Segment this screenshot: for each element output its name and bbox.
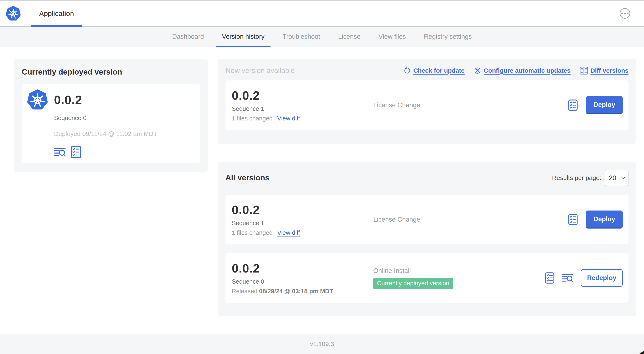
active-tab-underline: [216, 46, 270, 47]
version-row: 0.0.2 Sequence 0 Released 08/29/24 @ 03:…: [226, 253, 628, 303]
tab-troubleshoot[interactable]: Troubleshoot: [274, 27, 329, 47]
version-sequence: Sequence 1: [232, 105, 373, 112]
version-label: 0.0.2: [232, 203, 373, 217]
files-changed-label: 1 files changed: [232, 115, 272, 122]
results-per-page-select[interactable]: 20: [605, 170, 628, 186]
all-versions-title: All versions: [226, 173, 270, 182]
deployed-timestamp: Deployed 09/11/24 @ 11:02 am MDT: [54, 130, 195, 137]
currently-deployed-badge: Currently deployed version: [373, 278, 453, 289]
app-icon: [27, 89, 48, 110]
currently-deployed-title: Currently deployed version: [22, 68, 200, 77]
version-row: 0.0.2 Sequence 1 1 files changed View di…: [226, 195, 628, 244]
view-diff-link[interactable]: View diff: [277, 115, 300, 122]
active-app-tab-underline: [31, 25, 82, 27]
new-version-card: 0.0.2 Sequence 1 1 files changed View di…: [226, 81, 628, 130]
check-for-update-link[interactable]: Check for update: [404, 67, 464, 74]
files-changed-label: 1 files changed: [232, 229, 272, 236]
kubernetes-logo-icon: [6, 6, 21, 21]
version-sequence: Sequence 0: [232, 278, 373, 285]
deploy-logs-icon[interactable]: [54, 147, 66, 157]
app-header: Application: [0, 0, 644, 27]
preflight-checks-icon[interactable]: [568, 100, 578, 111]
view-diff-link[interactable]: View diff: [277, 229, 300, 236]
all-versions-panel: All versions Results per page: 20: [218, 162, 636, 316]
results-per-page-label: Results per page:: [552, 174, 601, 181]
deployed-version-label: 0.0.2: [54, 93, 82, 107]
configure-automatic-updates-link[interactable]: Configure automatic updates: [474, 67, 570, 74]
app-tab[interactable]: Application: [31, 1, 82, 26]
preflight-checks-icon[interactable]: [545, 272, 554, 284]
currently-deployed-panel: Currently deployed version 0.0.2 Sequenc…: [14, 59, 208, 172]
app-footer: v1.109.3: [0, 334, 644, 354]
redeploy-button[interactable]: Redeploy: [581, 269, 623, 287]
app-subnav: Dashboard Version history Troubleshoot L…: [0, 27, 644, 47]
deploy-button[interactable]: Deploy: [586, 96, 623, 114]
more-menu-button[interactable]: [620, 8, 630, 19]
version-source: License Change: [373, 101, 568, 109]
preflight-checks-icon[interactable]: [568, 214, 578, 225]
diff-icon: [580, 67, 588, 75]
deploy-logs-icon[interactable]: [562, 273, 573, 282]
ellipsis-icon: [622, 13, 623, 14]
tab-license[interactable]: License: [329, 27, 370, 47]
preflight-checks-icon[interactable]: [71, 146, 81, 158]
tab-registry-settings[interactable]: Registry settings: [415, 27, 481, 47]
new-version-panel: New version available Check for update C…: [218, 59, 636, 144]
version-source: License Change: [373, 216, 568, 223]
app-tab-label: Application: [39, 10, 74, 18]
deploy-button[interactable]: Deploy: [586, 210, 623, 228]
version-label: 0.0.2: [232, 88, 373, 102]
version-source: Online Install: [373, 267, 545, 275]
new-version-title: New version available: [226, 66, 295, 75]
mouse-cursor: [639, 351, 644, 354]
console-version-label: v1.109.3: [310, 340, 334, 347]
currently-deployed-card: 0.0.2 Sequence 0 Deployed 09/11/24 @ 11:…: [22, 84, 200, 163]
main-content: Currently deployed version 0.0.2 Sequenc…: [0, 47, 644, 334]
diff-versions-link[interactable]: Diff versions: [580, 67, 628, 75]
version-label: 0.0.2: [232, 261, 373, 275]
tab-version-history[interactable]: Version history: [213, 27, 274, 47]
tab-dashboard[interactable]: Dashboard: [163, 27, 213, 47]
deployed-sequence: Sequence 0: [54, 115, 195, 122]
refresh-icon: [404, 67, 411, 74]
released-timestamp: Released 08/29/24 @ 03:18 pm MDT: [232, 288, 373, 295]
version-sequence: Sequence 1: [232, 220, 373, 227]
tab-view-files[interactable]: View files: [370, 27, 415, 47]
schedule-update-icon: [474, 67, 481, 74]
